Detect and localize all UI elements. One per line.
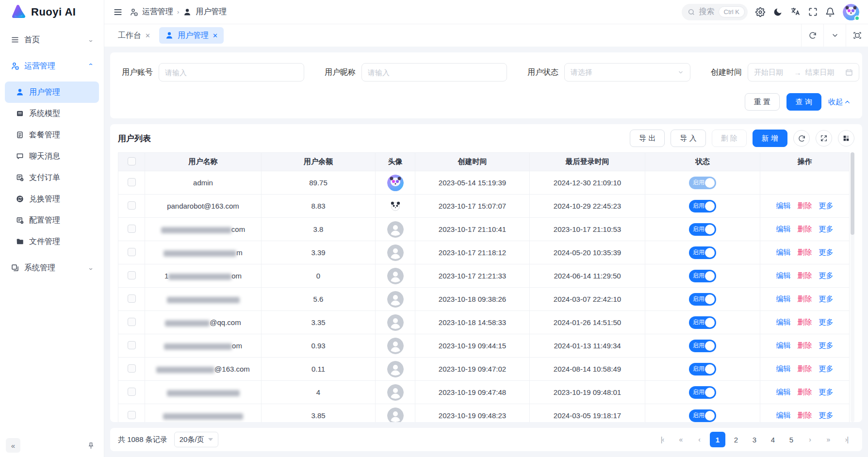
nickname-input[interactable]: [361, 63, 507, 82]
expand-table-icon[interactable]: [816, 130, 832, 147]
sidebar-item-3-sub[interactable]: 系统模型: [5, 103, 99, 124]
status-toggle[interactable]: 启用: [689, 223, 716, 236]
settings-gear-icon[interactable]: [755, 7, 765, 17]
status-toggle[interactable]: 启用: [689, 316, 716, 329]
page-first-button[interactable]: |‹: [655, 432, 670, 447]
sidebar-item-5-sub[interactable]: 聊天消息: [5, 146, 99, 167]
delete-link[interactable]: 删除: [798, 271, 812, 280]
row-checkbox[interactable]: [128, 225, 136, 233]
page-next-button[interactable]: ›: [802, 432, 818, 447]
breadcrumb-item-operations[interactable]: 运营管理: [142, 7, 173, 17]
edit-link[interactable]: 编辑: [776, 364, 791, 374]
row-checkbox[interactable]: [128, 364, 136, 373]
page-prev-button[interactable]: ‹: [691, 432, 707, 447]
delete-link[interactable]: 删除: [798, 225, 812, 234]
add-button[interactable]: 新 增: [753, 130, 787, 147]
dark-mode-moon-icon[interactable]: [773, 7, 783, 17]
status-toggle[interactable]: 启用: [689, 270, 716, 282]
delete-link[interactable]: 删除: [798, 411, 812, 420]
close-icon[interactable]: ✕: [213, 32, 218, 39]
delete-link[interactable]: 删除: [798, 341, 812, 350]
page-button-4[interactable]: 4: [765, 432, 781, 447]
page-size-select[interactable]: 20条/页: [174, 432, 218, 447]
more-link[interactable]: 更多: [819, 341, 834, 350]
status-toggle[interactable]: 启用: [689, 293, 716, 306]
translate-icon[interactable]: [790, 7, 801, 17]
refresh-table-icon[interactable]: [793, 130, 810, 147]
breadcrumb-item-users[interactable]: 用户管理: [196, 7, 227, 17]
sidebar-item-9-sub[interactable]: 文件管理: [5, 231, 99, 252]
edit-link[interactable]: 编辑: [776, 294, 791, 304]
edit-link[interactable]: 编辑: [776, 271, 791, 280]
collapse-filter-link[interactable]: 收起: [828, 98, 851, 107]
fullscreen-icon[interactable]: [808, 7, 818, 16]
reset-button[interactable]: 重 置: [745, 93, 780, 111]
sidebar-item-0-group[interactable]: 首页⌄: [5, 29, 99, 50]
more-link[interactable]: 更多: [819, 318, 834, 327]
delete-link[interactable]: 删除: [798, 388, 812, 397]
date-range-picker[interactable]: 开始日期 → 结束日期: [748, 63, 859, 82]
row-checkbox[interactable]: [128, 341, 136, 349]
edit-link[interactable]: 编辑: [776, 201, 791, 211]
sidebar-collapse-button[interactable]: «: [6, 438, 20, 453]
delete-link[interactable]: 删除: [798, 318, 812, 327]
refresh-tab-icon[interactable]: [801, 24, 823, 47]
status-toggle[interactable]: 启用: [689, 340, 716, 352]
edit-link[interactable]: 编辑: [776, 411, 791, 420]
more-link[interactable]: 更多: [819, 248, 834, 257]
row-checkbox[interactable]: [128, 201, 136, 210]
app-logo[interactable]: Ruoyi AI: [0, 0, 104, 24]
more-link[interactable]: 更多: [819, 294, 834, 304]
import-button[interactable]: 导 入: [671, 130, 705, 147]
sidebar-item-8-sub[interactable]: 配置管理: [5, 210, 99, 231]
table-scrollbar[interactable]: [851, 152, 854, 422]
status-toggle[interactable]: 启用: [689, 363, 716, 375]
sidebar-item-7-sub[interactable]: 兑换管理: [5, 188, 99, 210]
delete-link[interactable]: 删除: [798, 201, 812, 211]
status-select[interactable]: 请选择: [564, 63, 690, 82]
row-checkbox[interactable]: [128, 248, 136, 256]
edit-link[interactable]: 编辑: [776, 388, 791, 397]
more-link[interactable]: 更多: [819, 201, 834, 211]
column-settings-grid-icon[interactable]: [838, 130, 854, 147]
close-icon[interactable]: ✕: [145, 32, 150, 39]
page-button-3[interactable]: 3: [747, 432, 762, 447]
sidebar-item-2-sub[interactable]: 用户管理: [5, 82, 99, 103]
global-search[interactable]: 搜索 Ctrl K: [682, 4, 748, 20]
edit-link[interactable]: 编辑: [776, 248, 791, 257]
chevron-down-icon[interactable]: [823, 24, 846, 47]
tab-user-management[interactable]: 用户管理 ✕: [159, 27, 224, 44]
delete-button[interactable]: 删 除: [712, 130, 747, 147]
row-checkbox[interactable]: [128, 178, 136, 186]
export-button[interactable]: 导 出: [630, 130, 665, 147]
notifications-bell-icon[interactable]: [825, 7, 835, 17]
row-checkbox[interactable]: [128, 411, 136, 419]
tab-workbench[interactable]: 工作台 ✕: [112, 27, 156, 44]
row-checkbox[interactable]: [128, 318, 136, 326]
more-link[interactable]: 更多: [819, 225, 834, 234]
row-checkbox[interactable]: [128, 294, 136, 303]
status-toggle[interactable]: 启用: [689, 200, 716, 212]
status-toggle[interactable]: 启用: [689, 409, 716, 422]
sidebar-item-1-group[interactable]: 运营管理⌃: [5, 55, 99, 77]
page-last-button[interactable]: ›|: [839, 432, 854, 447]
select-all-checkbox[interactable]: [128, 157, 136, 165]
row-checkbox[interactable]: [128, 271, 136, 279]
more-link[interactable]: 更多: [819, 271, 834, 280]
edit-link[interactable]: 编辑: [776, 341, 791, 350]
hamburger-icon[interactable]: [113, 7, 123, 17]
sidebar-item-4-sub[interactable]: 套餐管理: [5, 124, 99, 146]
query-button[interactable]: 查 询: [786, 93, 821, 111]
page-prev-group-button[interactable]: «: [673, 432, 688, 447]
edit-link[interactable]: 编辑: [776, 225, 791, 234]
sidebar-item-6-sub[interactable]: 支付订单: [5, 167, 99, 188]
page-button-5[interactable]: 5: [784, 432, 799, 447]
delete-link[interactable]: 删除: [798, 294, 812, 304]
delete-link[interactable]: 删除: [798, 364, 812, 374]
delete-link[interactable]: 删除: [798, 248, 812, 257]
status-toggle[interactable]: 启用: [689, 177, 716, 189]
edit-link[interactable]: 编辑: [776, 318, 791, 327]
more-link[interactable]: 更多: [819, 411, 834, 420]
page-button-2[interactable]: 2: [728, 432, 744, 447]
account-input[interactable]: [159, 63, 304, 82]
